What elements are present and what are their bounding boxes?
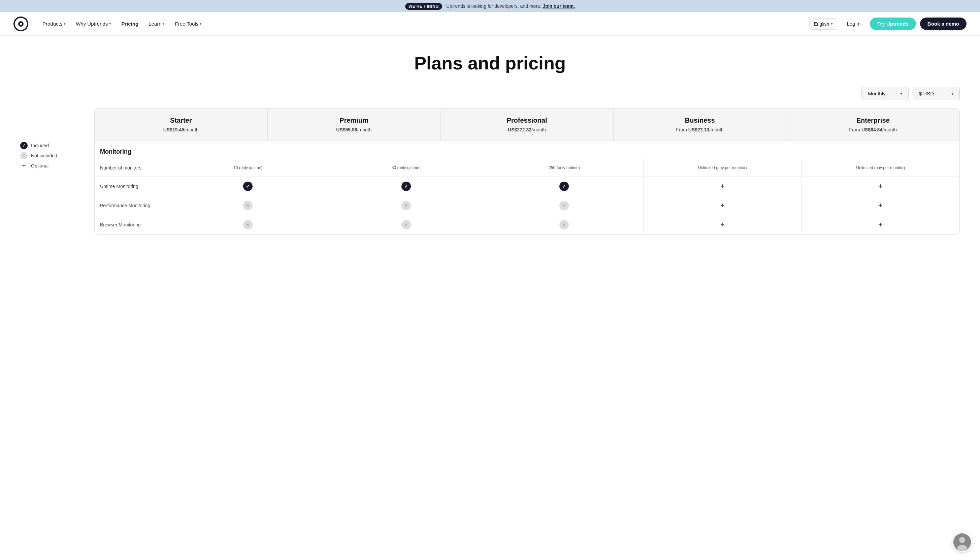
legend-included: ✓ Included — [20, 142, 88, 149]
chevron-down-icon: ▾ — [109, 22, 111, 26]
plan-premium: Premium US$55.86/month — [268, 108, 441, 140]
table-row: Number of monitors 10 (only uptime) 50 (… — [95, 159, 960, 177]
logo[interactable] — [13, 17, 28, 31]
feature-cell-not-included: ✕ — [485, 196, 643, 215]
not-included-icon: ✕ — [402, 201, 411, 210]
nav-pricing[interactable]: Pricing — [117, 18, 143, 29]
chevron-down-icon: ▾ — [900, 91, 902, 96]
plan-price-starter: US$19.45/month — [100, 127, 262, 132]
plan-price-business: From US$27.13/month — [619, 127, 781, 132]
plan-name-business: Business — [619, 117, 781, 124]
legend-optional-label: Optional — [31, 163, 48, 168]
feature-cell-not-included: ✕ — [169, 215, 327, 234]
language-selector[interactable]: English ▾ — [809, 18, 837, 30]
plan-enterprise: Enterprise From US$64.84/month — [786, 108, 960, 140]
book-demo-button[interactable]: Book a demo — [920, 18, 967, 30]
feature-cell: 10 (only uptime) — [169, 159, 327, 177]
not-included-icon: ✕ — [20, 152, 28, 159]
nav-learn[interactable]: Learn ▾ — [145, 18, 169, 29]
billing-cycle-selector[interactable]: Monthly ▾ — [862, 87, 909, 100]
included-icon: ✓ — [243, 182, 252, 191]
plan-price-enterprise: From US$64.84/month — [792, 127, 954, 132]
chevron-down-icon: ▾ — [163, 22, 165, 26]
included-icon: ✓ — [402, 182, 411, 191]
plan-professional: Professional US$272.32/month — [440, 108, 614, 140]
not-included-icon: ✕ — [243, 201, 252, 210]
feature-cell-optional: + — [801, 196, 960, 215]
feature-cell-optional: + — [643, 196, 802, 215]
not-included-icon: ✕ — [402, 220, 411, 230]
plan-business: Business From US$27.13/month — [614, 108, 787, 140]
pricing-layout: ✓ Included ✕ Not included + Optional Sta… — [20, 108, 960, 235]
chevron-down-icon: ▾ — [200, 22, 202, 26]
plan-name-professional: Professional — [446, 117, 608, 124]
table-row: Uptime Monitoring ✓ ✓ ✓ + + — [95, 177, 960, 196]
feature-cell-optional: + — [643, 215, 802, 234]
billing-cycle-label: Monthly — [868, 91, 886, 97]
optional-icon: + — [20, 162, 28, 170]
not-included-icon: ✕ — [560, 201, 569, 210]
legend-optional: + Optional — [20, 162, 88, 170]
included-icon: ✓ — [20, 142, 28, 149]
nav-products[interactable]: Products ▾ — [38, 18, 70, 29]
feature-name-uptime: Uptime Monitoring — [95, 177, 169, 196]
controls-row: Monthly ▾ $ USD ▾ — [20, 87, 960, 100]
header: Products ▾ Why Uptrends ▾ Pricing Learn … — [0, 12, 980, 36]
chevron-down-icon: ▾ — [64, 22, 66, 26]
svg-point-2 — [20, 23, 22, 25]
try-uptrends-button[interactable]: Try Uptrends — [870, 18, 916, 30]
optional-icon: + — [718, 221, 726, 229]
plan-price-premium: US$55.86/month — [273, 127, 435, 132]
plan-headers: Starter US$19.45/month Premium US$55.86/… — [95, 108, 960, 140]
feature-cell: 50 (only uptime) — [327, 159, 485, 177]
feature-cell-not-included: ✕ — [327, 196, 485, 215]
feature-cell-not-included: ✕ — [327, 215, 485, 234]
nav-free-tools[interactable]: Free Tools ▾ — [171, 18, 206, 29]
nav-why-uptrends[interactable]: Why Uptrends ▾ — [72, 18, 115, 29]
plan-price-professional: US$272.32/month — [446, 127, 608, 132]
feature-cell-included: ✓ — [169, 177, 327, 196]
currency-label: $ USD — [919, 91, 934, 97]
feature-cell-optional: + — [801, 215, 960, 234]
banner-text: Uptrends is looking for developers, and … — [446, 3, 541, 9]
plan-name-enterprise: Enterprise — [792, 117, 954, 124]
feature-cell: 250 (only uptime) — [485, 159, 643, 177]
plan-name-starter: Starter — [100, 117, 262, 124]
legend-not-included-label: Not included — [31, 153, 57, 158]
hiring-badge: WE'RE HIRING — [405, 3, 442, 10]
table-row: Performance Monitoring ✕ ✕ ✕ + + — [95, 196, 960, 215]
optional-icon: + — [718, 182, 726, 190]
chevron-down-icon: ▾ — [952, 91, 953, 96]
feature-cell: Unlimited (pay per monitor) — [643, 159, 802, 177]
legend-not-included: ✕ Not included — [20, 152, 88, 159]
optional-icon: + — [877, 221, 885, 229]
legend-column: ✓ Included ✕ Not included + Optional — [20, 108, 94, 170]
plan-name-premium: Premium — [273, 117, 435, 124]
currency-selector[interactable]: $ USD ▾ — [913, 87, 960, 100]
not-included-icon: ✕ — [560, 220, 569, 230]
section-monitoring: Monitoring — [95, 140, 960, 159]
top-banner: WE'RE HIRING Uptrends is looking for dev… — [0, 0, 980, 12]
feature-cell-included: ✓ — [327, 177, 485, 196]
banner-link[interactable]: Join our team. — [543, 3, 575, 9]
language-label: English — [814, 21, 829, 27]
optional-icon: + — [718, 202, 726, 210]
feature-cell-not-included: ✕ — [169, 196, 327, 215]
chevron-down-icon: ▾ — [831, 22, 833, 26]
legend-included-label: Included — [31, 143, 49, 148]
feature-name-performance: Performance Monitoring — [95, 196, 169, 215]
table-row: Browser Monitoring ✕ ✕ ✕ + + — [95, 215, 960, 234]
main-content: Plans and pricing Monthly ▾ $ USD ▾ ✓ In… — [0, 36, 980, 248]
feature-name-monitors: Number of monitors — [95, 159, 169, 177]
optional-icon: + — [877, 182, 885, 190]
page-title: Plans and pricing — [20, 53, 960, 73]
section-monitoring-title: Monitoring — [100, 148, 131, 155]
optional-icon: + — [877, 202, 885, 210]
not-included-icon: ✕ — [243, 220, 252, 230]
login-button[interactable]: Log in — [841, 18, 866, 29]
main-nav: Products ▾ Why Uptrends ▾ Pricing Learn … — [38, 18, 809, 29]
legend: ✓ Included ✕ Not included + Optional — [20, 142, 88, 170]
feature-name-browser: Browser Monitoring — [95, 215, 169, 234]
plan-starter: Starter US$19.45/month — [95, 108, 268, 140]
pricing-table: Starter US$19.45/month Premium US$55.86/… — [94, 108, 960, 235]
